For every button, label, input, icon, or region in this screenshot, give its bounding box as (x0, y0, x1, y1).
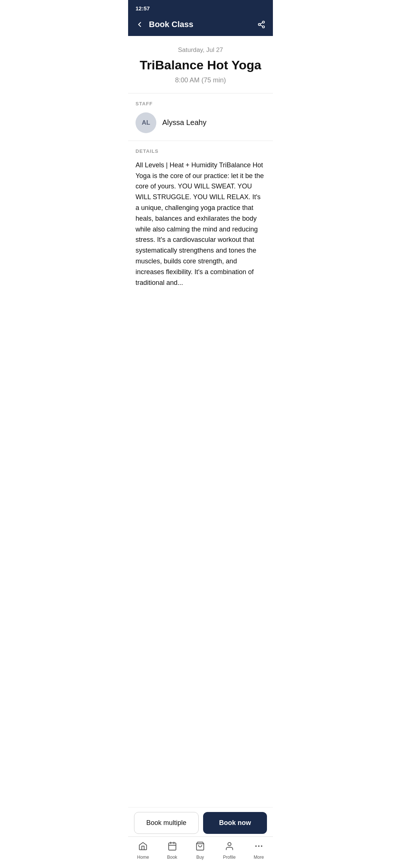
staff-initials: AL (142, 119, 150, 126)
svg-point-1 (258, 23, 261, 26)
details-section: DETAILS All Levels | Heat + Humidity Tri… (128, 141, 273, 296)
toolbar: Book Class (128, 15, 273, 36)
staff-row: AL Alyssa Leahy (136, 112, 265, 133)
status-time: 12:57 (136, 5, 150, 11)
share-icon (257, 20, 265, 29)
class-info: Saturday, Jul 27 TriBalance Hot Yoga 8:0… (128, 36, 273, 93)
svg-line-3 (260, 25, 263, 26)
details-text: All Levels | Heat + Humidity TriBalance … (136, 160, 265, 288)
svg-point-2 (263, 26, 265, 28)
class-time: 8:00 AM (75 min) (136, 76, 265, 84)
status-bar: 12:57 (128, 0, 273, 15)
toolbar-left: Book Class (134, 19, 193, 30)
staff-name: Alyssa Leahy (162, 118, 206, 127)
staff-section-label: STAFF (136, 101, 265, 106)
class-name: TriBalance Hot Yoga (136, 57, 265, 73)
class-date: Saturday, Jul 27 (136, 46, 265, 54)
back-button[interactable] (134, 19, 145, 30)
staff-section: STAFF AL Alyssa Leahy (128, 93, 273, 141)
svg-line-4 (260, 23, 263, 24)
content: Saturday, Jul 27 TriBalance Hot Yoga 8:0… (128, 36, 273, 355)
share-button[interactable] (256, 19, 267, 30)
page-title: Book Class (149, 20, 193, 29)
staff-avatar: AL (136, 112, 156, 133)
details-section-label: DETAILS (136, 148, 265, 154)
svg-point-0 (263, 21, 265, 23)
